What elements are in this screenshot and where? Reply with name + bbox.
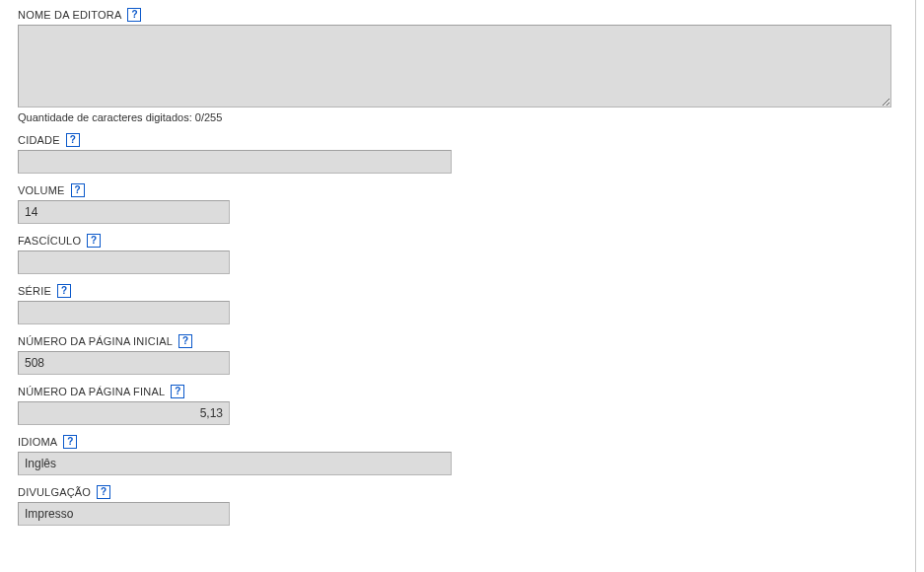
field-pagina-final: NÚMERO DA PÁGINA FINAL ? [18,385,882,425]
label-row-fasciculo: FASCÍCULO ? [18,234,882,248]
help-icon[interactable]: ? [127,8,141,22]
field-divulgacao: DIVULGAÇÃO ? Impresso [18,485,882,526]
label-volume: VOLUME [18,184,65,196]
help-icon[interactable]: ? [97,485,110,499]
form-container: NOME DA EDITORA ? Quantidade de caracter… [0,0,899,526]
field-pagina-inicial: NÚMERO DA PÁGINA INICIAL ? [18,334,882,375]
volume-input[interactable] [18,200,230,224]
label-row-idioma: IDIOMA ? [18,435,882,449]
editora-char-counter: Quantidade de caracteres digitados: 0/25… [18,111,882,123]
label-row-pagina-inicial: NÚMERO DA PÁGINA INICIAL ? [18,334,882,348]
help-icon[interactable]: ? [171,385,184,398]
label-pagina-inicial: NÚMERO DA PÁGINA INICIAL [18,335,173,347]
help-icon[interactable]: ? [178,334,192,348]
right-border-divider [915,0,916,572]
field-editora: NOME DA EDITORA ? Quantidade de caracter… [18,8,882,123]
field-serie: SÉRIE ? [18,284,882,324]
label-divulgacao: DIVULGAÇÃO [18,486,91,498]
label-cidade: CIDADE [18,134,60,146]
pagina-inicial-input[interactable] [18,351,230,375]
help-icon[interactable]: ? [71,183,85,197]
field-fasciculo: FASCÍCULO ? [18,234,882,274]
editora-textarea[interactable] [18,25,891,107]
fasciculo-input[interactable] [18,250,230,274]
help-icon[interactable]: ? [87,234,101,248]
help-icon[interactable]: ? [57,284,71,298]
label-editora: NOME DA EDITORA [18,9,121,21]
field-cidade: CIDADE ? [18,133,882,174]
field-volume: VOLUME ? [18,183,882,224]
pagina-final-input[interactable] [18,401,230,425]
label-row-serie: SÉRIE ? [18,284,882,298]
help-icon[interactable]: ? [66,133,80,147]
cidade-input[interactable] [18,150,452,174]
label-row-volume: VOLUME ? [18,183,882,197]
label-row-divulgacao: DIVULGAÇÃO ? [18,485,882,499]
label-serie: SÉRIE [18,285,51,297]
field-idioma: IDIOMA ? Inglês [18,435,882,475]
label-row-cidade: CIDADE ? [18,133,882,147]
label-row-pagina-final: NÚMERO DA PÁGINA FINAL ? [18,385,882,398]
label-row-editora: NOME DA EDITORA ? [18,8,882,22]
serie-input[interactable] [18,301,230,324]
label-fasciculo: FASCÍCULO [18,235,81,247]
label-pagina-final: NÚMERO DA PÁGINA FINAL [18,386,165,397]
help-icon[interactable]: ? [63,435,77,449]
idioma-select[interactable]: Inglês [18,452,452,475]
divulgacao-select[interactable]: Impresso [18,502,230,526]
label-idioma: IDIOMA [18,436,57,448]
